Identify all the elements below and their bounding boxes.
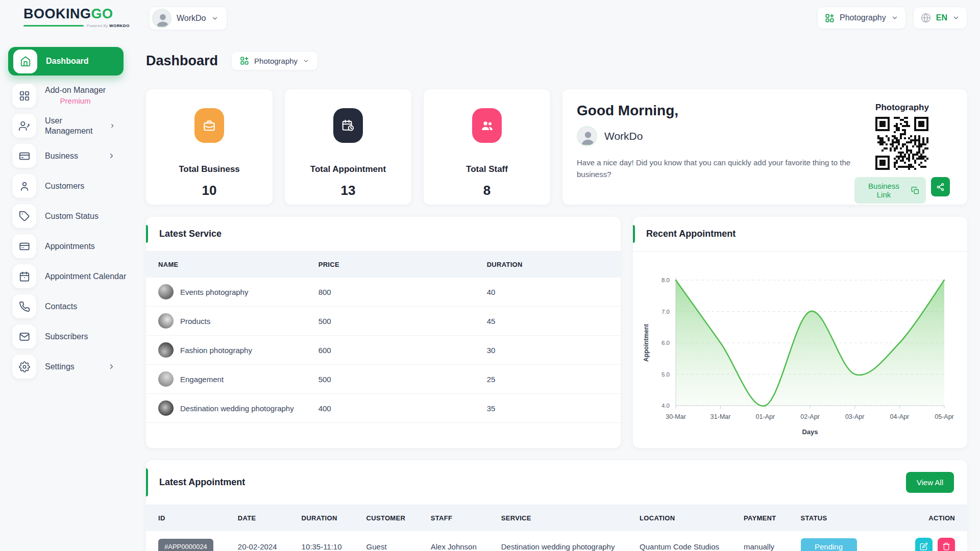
sidebar: Dashboard Add-on ManagerPremium User Man… [0, 44, 134, 382]
appointment-row[interactable]: #APP0000024 20-02-2024 10:35-11:10 Guest… [146, 531, 967, 551]
sidebar-item-addon-manager[interactable]: Add-on ManagerPremium [0, 81, 127, 110]
stat-card-total-staff: Total Staff 8 [424, 89, 550, 205]
sidebar-item-contacts[interactable]: Contacts [0, 292, 127, 321]
greeting-username: WorkDo [604, 130, 643, 142]
chevron-right-icon [108, 363, 115, 370]
column-header: STATUS [789, 505, 903, 531]
topbar: BOOKINGGO Powered By WORKDO WorkDo Photo… [0, 0, 980, 37]
service-row[interactable]: Destination wedding photography 40035 [146, 394, 621, 423]
language-label: EN [936, 13, 947, 22]
business-selector[interactable]: Photography [817, 7, 906, 29]
stat-card-total-business: Total Business 10 [146, 89, 273, 205]
latest-service-table: NAME PRICE DURATION Events photography 8… [146, 252, 621, 423]
column-header: DURATION [475, 252, 621, 278]
business-selector-label: Photography [840, 13, 886, 22]
share-button[interactable] [931, 177, 950, 196]
page-title: Dashboard [146, 53, 218, 69]
grid-plus-icon [825, 13, 835, 23]
language-selector[interactable]: EN [913, 7, 967, 29]
column-header: SERVICE [489, 505, 627, 531]
column-header: STAFF [419, 505, 489, 531]
svg-text:02-Apr: 02-Apr [800, 413, 820, 420]
briefcase-icon [194, 108, 224, 143]
person-icon [12, 174, 36, 198]
stat-value: 10 [202, 183, 217, 198]
chevron-down-icon [211, 15, 218, 22]
app-logo-text: BOOKINGGO [23, 7, 130, 21]
service-row[interactable]: Products 50045 [146, 307, 621, 336]
sidebar-item-settings[interactable]: Settings [0, 352, 127, 381]
grid-icon [12, 84, 36, 108]
greeting-message: Have a nice day! Did you know that you c… [577, 157, 854, 181]
appointment-id-badge: #APP0000024 [158, 539, 213, 551]
service-row[interactable]: Events photography 80040 [146, 278, 621, 307]
svg-text:7.0: 7.0 [662, 309, 670, 315]
column-header: ID [146, 505, 226, 531]
gear-icon [12, 355, 36, 379]
app-logo[interactable]: BOOKINGGO Powered By WORKDO [23, 7, 130, 28]
workspace-avatar [152, 9, 172, 28]
svg-text:01-Apr: 01-Apr [756, 413, 775, 420]
sidebar-item-appointment-calendar[interactable]: Appointment Calendar [0, 262, 127, 291]
service-thumbnail [158, 371, 174, 387]
calendar-clock-icon [333, 108, 363, 143]
staff-icon [472, 108, 502, 143]
service-thumbnail [158, 400, 174, 416]
delete-button[interactable] [938, 538, 955, 551]
stat-label: Total Staff [466, 164, 508, 174]
service-thumbnail [158, 313, 174, 329]
sidebar-item-subscribers[interactable]: Subscribers [0, 322, 127, 351]
appointment-chart: 4.05.06.07.08.030-Mar31-Mar01-Apr02-Apr0… [638, 255, 960, 444]
status-badge: Pending [801, 538, 857, 551]
svg-text:5.0: 5.0 [662, 371, 670, 378]
service-row[interactable]: Fashion photography 60030 [146, 336, 621, 365]
workspace-selector[interactable]: WorkDo [149, 7, 227, 30]
dashboard-business-filter[interactable]: Photography [231, 51, 318, 70]
recent-appointment-panel: Recent Appointment 4.05.06.07.08.030-Mar… [633, 217, 967, 448]
svg-text:8.0: 8.0 [662, 277, 670, 283]
svg-text:03-Apr: 03-Apr [845, 413, 865, 420]
svg-text:Days: Days [802, 428, 818, 436]
phone-icon [12, 294, 36, 318]
powered-by-label: Powered By WORKDO [87, 23, 130, 28]
column-header: NAME [146, 252, 306, 278]
sidebar-item-business[interactable]: Business [0, 141, 127, 170]
share-icon [936, 183, 945, 191]
user-avatar [577, 126, 597, 146]
view-all-button[interactable]: View All [906, 472, 954, 493]
sidebar-item-user-management[interactable]: User Management [0, 111, 127, 140]
column-header: DATE [226, 505, 289, 531]
stat-value: 13 [341, 183, 356, 198]
sidebar-item-customers[interactable]: Customers [0, 171, 127, 201]
chevron-right-icon [109, 122, 115, 130]
copy-icon [911, 186, 919, 195]
column-header: LOCATION [627, 505, 731, 531]
greeting-card: Good Morning, WorkDo Have a nice day! Di… [562, 89, 967, 205]
svg-text:05-Apr: 05-Apr [935, 413, 954, 420]
service-row[interactable]: Engagement 50025 [146, 365, 621, 394]
latest-appointment-panel: Latest Appointment View All ID DATE DURA… [146, 460, 967, 551]
column-header: ACTION [903, 505, 967, 531]
svg-text:04-Apr: 04-Apr [890, 413, 910, 420]
business-qr-code [875, 117, 928, 170]
svg-text:4.0: 4.0 [662, 403, 670, 409]
edit-icon [920, 542, 928, 550]
edit-button[interactable] [915, 538, 933, 551]
business-link-button[interactable]: Business Link [854, 177, 926, 204]
stat-label: Total Business [179, 164, 240, 174]
logo-underline [23, 25, 84, 27]
svg-text:31-Mar: 31-Mar [710, 413, 731, 420]
trash-icon [942, 542, 950, 550]
sidebar-item-dashboard[interactable]: Dashboard [8, 47, 124, 76]
sidebar-item-appointments[interactable]: Appointments [0, 232, 127, 261]
dashboard-business-filter-label: Photography [254, 57, 298, 65]
card-icon [12, 234, 36, 258]
sidebar-item-custom-status[interactable]: Custom Status [0, 202, 127, 231]
chevron-down-icon [952, 14, 960, 21]
globe-icon [921, 13, 931, 23]
service-thumbnail [158, 342, 174, 358]
column-header: CUSTOMER [354, 505, 419, 531]
stat-label: Total Appointment [310, 164, 386, 174]
greeting-title: Good Morning, [577, 103, 854, 119]
chevron-down-icon [303, 58, 309, 64]
